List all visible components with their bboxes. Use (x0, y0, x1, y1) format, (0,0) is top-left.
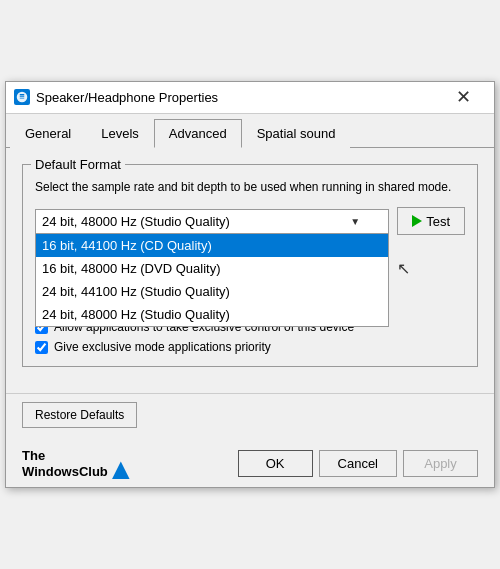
group-description: Select the sample rate and bit depth to … (35, 179, 465, 196)
svg-rect-2 (20, 96, 25, 97)
content-area: Default Format Select the sample rate an… (6, 148, 494, 394)
play-icon (412, 215, 422, 227)
dropdown-option-1[interactable]: 16 bit, 48000 Hz (DVD Quality) ↖ (36, 257, 388, 280)
dropdown-selected-value: 24 bit, 48000 Hz (Studio Quality) (42, 214, 230, 229)
dialog-window: Speaker/Headphone Properties ✕ General L… (5, 81, 495, 489)
watermark-text-block: The WindowsClub (22, 448, 108, 479)
watermark-line1: The (22, 448, 108, 464)
restore-defaults-button[interactable]: Restore Defaults (22, 402, 137, 428)
cancel-button[interactable]: Cancel (319, 450, 397, 477)
dropdown-option-2[interactable]: 24 bit, 44100 Hz (Studio Quality) (36, 280, 388, 303)
mouse-cursor-icon: ↖ (397, 259, 410, 278)
exclusive-priority-label: Give exclusive mode applications priorit… (54, 340, 271, 354)
exclusive-priority-row: Give exclusive mode applications priorit… (35, 340, 465, 354)
watermark-line2: WindowsClub (22, 464, 108, 480)
title-bar-text: Speaker/Headphone Properties (36, 90, 434, 105)
bottom-bar: Restore Defaults The WindowsClub OK Canc… (6, 393, 494, 487)
close-button[interactable]: ✕ (440, 81, 486, 113)
dropdown-arrow-icon: ▼ (350, 216, 360, 227)
tabs-bar: General Levels Advanced Spatial sound (6, 118, 494, 148)
watermark: The WindowsClub (22, 448, 130, 479)
svg-rect-1 (20, 94, 25, 96)
dropdown-list: 16 bit, 44100 Hz (CD Quality) 16 bit, 48… (35, 234, 389, 327)
tab-general[interactable]: General (10, 119, 86, 148)
dropdown-option-0[interactable]: 16 bit, 44100 Hz (CD Quality) (36, 234, 388, 257)
title-bar: Speaker/Headphone Properties ✕ (6, 82, 494, 114)
tab-spatial[interactable]: Spatial sound (242, 119, 351, 148)
ok-button[interactable]: OK (238, 450, 313, 477)
dialog-buttons: OK Cancel Apply (238, 450, 478, 477)
dropdown-option-3[interactable]: 24 bit, 48000 Hz (Studio Quality) (36, 303, 388, 326)
tab-levels[interactable]: Levels (86, 119, 154, 148)
group-title: Default Format (31, 157, 125, 172)
tab-advanced[interactable]: Advanced (154, 119, 242, 148)
apply-button[interactable]: Apply (403, 450, 478, 477)
format-row: 24 bit, 48000 Hz (Studio Quality) ▼ 16 b… (35, 207, 465, 235)
sample-rate-dropdown[interactable]: 24 bit, 48000 Hz (Studio Quality) ▼ (35, 209, 389, 234)
exclusive-priority-checkbox[interactable] (35, 341, 48, 354)
svg-rect-3 (20, 98, 25, 99)
sample-rate-dropdown-wrapper: 24 bit, 48000 Hz (Studio Quality) ▼ 16 b… (35, 209, 389, 234)
default-format-group: Default Format Select the sample rate an… (22, 164, 478, 368)
app-icon (14, 89, 30, 105)
test-button-label: Test (426, 214, 450, 229)
test-button[interactable]: Test (397, 207, 465, 235)
watermark-logo-icon (112, 461, 130, 479)
